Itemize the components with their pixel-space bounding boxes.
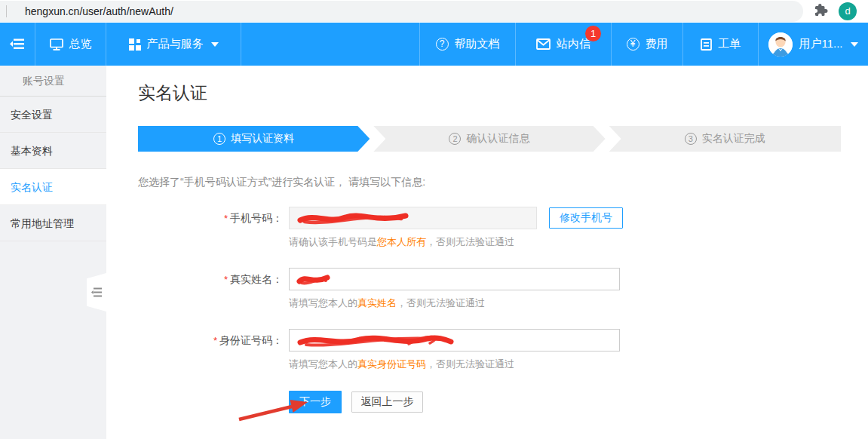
- redaction-scribble: [296, 272, 332, 288]
- nav-item-label: 总览: [69, 37, 92, 51]
- document-icon: [701, 38, 712, 51]
- sidebar-collapse-tab[interactable]: [87, 273, 106, 312]
- required-asterisk: *: [224, 274, 228, 285]
- user-avatar-icon: [768, 32, 793, 57]
- nav-item-label: 帮助文档: [455, 37, 500, 51]
- helper-highlight: 您本人所有: [377, 236, 426, 247]
- redaction-scribble: [296, 333, 458, 349]
- required-asterisk: *: [213, 335, 217, 346]
- intro-text: 您选择了“手机号码认证方式”进行实名认证， 请填写以下信息:: [138, 176, 841, 189]
- nav-item-label: 站内信: [557, 37, 590, 51]
- nav-item-label: 用户11...: [799, 37, 842, 51]
- step-number: 2: [449, 133, 461, 145]
- realname-label: *真实姓名：: [138, 268, 289, 287]
- sidebar-header: 账号设置: [0, 66, 106, 97]
- sidebar-item-address-mgmt[interactable]: 常用地址管理: [0, 205, 106, 241]
- sidebar-collapse-button[interactable]: [0, 23, 35, 66]
- phone-label: *手机号码：: [138, 207, 289, 226]
- chevron-down-icon: [211, 42, 219, 47]
- step-label: 实名认证完成: [702, 132, 765, 146]
- step-complete: 3 实名认证完成: [609, 126, 841, 152]
- question-circle-icon: ?: [436, 38, 449, 51]
- realname-helper: 请填写您本人的真实姓名，否则无法验证通过: [289, 296, 841, 310]
- nav-item-fees[interactable]: ¥ 费用: [611, 23, 682, 66]
- redaction-scribble: [296, 210, 413, 227]
- mail-icon: [536, 38, 551, 50]
- sidebar-item-security[interactable]: 安全设置: [0, 97, 106, 133]
- step-label: 确认认证信息: [466, 132, 529, 146]
- grid-icon: [129, 38, 141, 51]
- top-navbar: 总览 产品与服务 ? 帮助文档 站内信 1 ¥ 费用: [0, 23, 868, 66]
- helper-highlight: 真实身份证号码: [357, 358, 426, 370]
- monitor-icon: [50, 38, 63, 51]
- nav-item-user-menu[interactable]: 用户11...: [758, 23, 868, 66]
- main-content: 实名认证 1 填写认证资料 2 确认认证信息 3 实名认证完成 您选择了“手机号…: [106, 66, 868, 439]
- phone-input[interactable]: [289, 207, 537, 229]
- yen-circle-icon: ¥: [627, 38, 639, 51]
- step-label: 填写认证资料: [231, 132, 294, 146]
- nav-item-site-mail[interactable]: 站内信 1: [515, 23, 611, 66]
- step-number: 3: [685, 133, 697, 145]
- nav-item-help-docs[interactable]: ? 帮助文档: [419, 23, 515, 66]
- idnumber-label: *身份证号码：: [138, 329, 289, 348]
- step-fill-info: 1 填写认证资料: [138, 126, 370, 152]
- nav-item-label: 工单: [718, 37, 741, 51]
- next-step-button[interactable]: 下一步: [289, 391, 342, 413]
- progress-steps: 1 填写认证资料 2 确认认证信息 3 实名认证完成: [138, 126, 841, 152]
- change-phone-button[interactable]: 修改手机号: [549, 207, 623, 229]
- nav-item-label: 产品与服务: [147, 37, 204, 51]
- sidebar-item-realname-auth[interactable]: 实名认证: [0, 169, 106, 205]
- nav-item-products[interactable]: 产品与服务: [106, 23, 241, 66]
- collapse-icon: [91, 287, 102, 297]
- required-asterisk: *: [224, 213, 228, 224]
- browser-profile-avatar[interactable]: d: [839, 2, 857, 20]
- chevron-down-icon: [851, 42, 858, 47]
- sidebar-item-basic-info[interactable]: 基本资料: [0, 133, 106, 169]
- page-title: 实名认证: [138, 81, 841, 105]
- auth-form: *手机号码： 修改手机号 请确认该手机号码是您本人所有，否则无法验证通过: [138, 207, 841, 413]
- nav-item-overview[interactable]: 总览: [35, 23, 106, 66]
- idnumber-helper: 请填写您本人的真实身份证号码，否则无法验证通过: [289, 358, 841, 371]
- address-bar[interactable]: hengxun.cn/user/auth/newAuth/: [0, 1, 803, 22]
- url-separator: [6, 5, 7, 17]
- unread-count-badge: 1: [585, 26, 601, 41]
- realname-input[interactable]: [289, 268, 620, 290]
- helper-highlight: 真实姓名: [357, 297, 397, 309]
- idnumber-input[interactable]: [289, 329, 620, 352]
- phone-helper: 请确认该手机号码是您本人所有，否则无法验证通过: [289, 235, 841, 249]
- url-text[interactable]: hengxun.cn/user/auth/newAuth/: [25, 5, 173, 17]
- page-body: 账号设置 安全设置 基本资料 实名认证 常用地址管理 实名认证 1 填写认证资料…: [0, 66, 868, 439]
- extensions-puzzle-icon[interactable]: [814, 4, 829, 21]
- collapse-icon: [10, 38, 25, 50]
- browser-bar: hengxun.cn/user/auth/newAuth/ ☆ d: [0, 0, 868, 23]
- step-confirm-info: 2 确认认证信息: [373, 126, 605, 152]
- sidebar: 账号设置 安全设置 基本资料 实名认证 常用地址管理: [0, 66, 106, 439]
- back-button[interactable]: 返回上一步: [351, 391, 423, 413]
- nav-item-work-orders[interactable]: 工单: [682, 23, 758, 66]
- nav-item-label: 费用: [646, 37, 668, 51]
- step-number: 1: [213, 133, 225, 145]
